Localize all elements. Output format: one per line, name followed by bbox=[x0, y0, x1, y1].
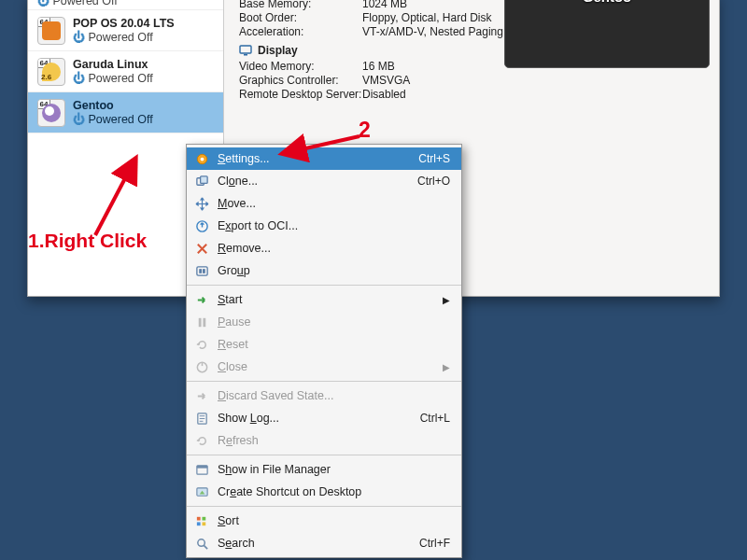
vm-context-menu: Settings...Ctrl+SClone...Ctrl+OMove...Ex… bbox=[186, 144, 462, 558]
menu-item-sort[interactable]: Sort bbox=[187, 510, 461, 532]
menu-item-label: Move... bbox=[218, 197, 450, 210]
close-icon bbox=[194, 359, 209, 374]
menu-item-label: Start bbox=[218, 293, 434, 306]
menu-item-reset: Reset bbox=[187, 333, 461, 356]
vm-os-icon: 64 bbox=[37, 99, 65, 127]
vm-list-item-selected[interactable]: 64 Gentoo Powered Off bbox=[28, 92, 223, 133]
menu-item-remove[interactable]: Remove... bbox=[187, 237, 461, 259]
detail-key: Boot Order: bbox=[239, 11, 362, 24]
vm-preview-thumbnail[interactable]: Gentoo bbox=[504, 0, 710, 68]
vm-state-label: Powered Off bbox=[37, 0, 118, 8]
vm-state-label: Powered Off bbox=[73, 31, 175, 44]
menu-item-search[interactable]: SearchCtrl+F bbox=[187, 532, 461, 554]
vm-name-label: Garuda Linux bbox=[73, 58, 153, 71]
detail-key: Acceleration: bbox=[239, 25, 362, 38]
detail-key: Remote Desktop Server: bbox=[239, 88, 362, 101]
detail-key: Base Memory: bbox=[239, 0, 362, 10]
search-icon bbox=[194, 536, 209, 551]
menu-item-close: Close▶ bbox=[187, 356, 461, 378]
svg-rect-24 bbox=[202, 522, 205, 525]
menu-item-label: Show in File Manager bbox=[218, 463, 450, 476]
annotation-step-1: 1.Right Click bbox=[28, 230, 147, 252]
menu-item-label: Show Log... bbox=[218, 412, 412, 425]
annotation-step-2: 2 bbox=[359, 118, 371, 143]
shortcut-icon bbox=[194, 484, 209, 499]
export-icon bbox=[194, 218, 209, 233]
menu-separator bbox=[187, 455, 461, 455]
sort-icon bbox=[194, 513, 209, 528]
svg-rect-0 bbox=[240, 46, 251, 53]
svg-line-26 bbox=[204, 545, 207, 549]
clone-icon bbox=[194, 174, 209, 189]
menu-item-label: Close bbox=[218, 360, 434, 373]
menu-item-group[interactable]: Group bbox=[187, 259, 461, 282]
svg-rect-23 bbox=[202, 516, 205, 520]
menu-item-export-to-oci[interactable]: Export to OCI... bbox=[187, 215, 461, 237]
menu-item-shortcut: Ctrl+O bbox=[417, 175, 450, 188]
svg-line-27 bbox=[95, 161, 134, 235]
menu-item-label: Discard Saved State... bbox=[218, 389, 450, 402]
pause-icon bbox=[194, 315, 209, 329]
display-icon bbox=[239, 44, 252, 57]
detail-value: Disabled bbox=[362, 88, 712, 101]
vm-name-label: Gentoo bbox=[73, 99, 153, 112]
svg-rect-11 bbox=[203, 317, 205, 326]
menu-item-move[interactable]: Move... bbox=[187, 192, 461, 215]
submenu-arrow-icon: ▶ bbox=[443, 362, 450, 372]
detail-value: VMSVGA bbox=[362, 74, 712, 87]
menu-item-label: Export to OCI... bbox=[218, 219, 450, 232]
vm-os-icon: 64 bbox=[37, 17, 65, 45]
detail-key: Video Memory: bbox=[239, 60, 362, 73]
menu-item-create-shortcut-on-desktop[interactable]: Create Shortcut on Desktop bbox=[187, 481, 461, 503]
svg-rect-21 bbox=[196, 516, 200, 520]
svg-rect-8 bbox=[199, 269, 202, 273]
vm-state-label: Powered Off bbox=[73, 113, 153, 126]
menu-item-start[interactable]: Start▶ bbox=[187, 288, 461, 311]
vm-list-item[interactable]: 64 POP OS 20.04 LTS Powered Off bbox=[28, 10, 223, 51]
menu-item-shortcut: Ctrl+S bbox=[418, 152, 450, 165]
menu-separator bbox=[187, 506, 461, 507]
move-icon bbox=[194, 196, 209, 211]
remove-icon bbox=[194, 241, 209, 256]
menu-item-label: Sort bbox=[218, 514, 450, 527]
detail-key: Graphics Controller: bbox=[239, 74, 362, 87]
svg-rect-1 bbox=[244, 54, 247, 56]
vm-os-icon: 64 2.6 bbox=[37, 58, 65, 86]
start-icon bbox=[194, 292, 209, 307]
menu-item-show-log[interactable]: Show Log...Ctrl+L bbox=[187, 407, 461, 429]
vm-list-item[interactable]: Powered Off bbox=[28, 0, 223, 10]
menu-item-label: Group bbox=[218, 264, 450, 277]
submenu-arrow-icon: ▶ bbox=[443, 295, 450, 305]
svg-point-3 bbox=[200, 157, 204, 161]
svg-rect-10 bbox=[198, 317, 201, 326]
discard-icon bbox=[194, 388, 209, 403]
menu-item-label: Pause bbox=[218, 315, 450, 329]
svg-rect-7 bbox=[196, 266, 206, 274]
svg-rect-22 bbox=[196, 522, 200, 525]
svg-rect-13 bbox=[201, 362, 203, 366]
vm-list-item[interactable]: 64 2.6 Garuda Linux Powered Off bbox=[28, 51, 223, 92]
menu-item-label: Refresh bbox=[218, 434, 450, 447]
vm-state-label: Powered Off bbox=[73, 72, 153, 85]
menu-item-label: Remove... bbox=[218, 242, 450, 255]
refresh-icon bbox=[194, 433, 209, 448]
menu-item-clone[interactable]: Clone...Ctrl+O bbox=[187, 170, 461, 192]
vm-name-label: POP OS 20.04 LTS bbox=[73, 17, 175, 30]
menu-item-discard-saved-state: Discard Saved State... bbox=[187, 385, 461, 407]
reset-icon bbox=[194, 337, 209, 352]
menu-item-refresh: Refresh bbox=[187, 429, 461, 452]
menu-item-label: Clone... bbox=[218, 175, 409, 188]
menu-item-label: Create Shortcut on Desktop bbox=[218, 485, 450, 498]
svg-rect-5 bbox=[200, 175, 207, 183]
gear-icon bbox=[194, 151, 209, 166]
svg-line-28 bbox=[285, 136, 359, 153]
menu-item-show-in-file-manager[interactable]: Show in File Manager bbox=[187, 458, 461, 481]
menu-separator bbox=[187, 285, 461, 286]
menu-item-shortcut: Ctrl+F bbox=[419, 537, 450, 550]
log-icon bbox=[194, 411, 209, 426]
svg-rect-9 bbox=[202, 269, 204, 273]
group-icon bbox=[194, 263, 209, 278]
menu-item-shortcut: Ctrl+L bbox=[420, 412, 450, 425]
svg-rect-19 bbox=[196, 465, 206, 468]
menu-item-label: Search bbox=[218, 537, 411, 550]
